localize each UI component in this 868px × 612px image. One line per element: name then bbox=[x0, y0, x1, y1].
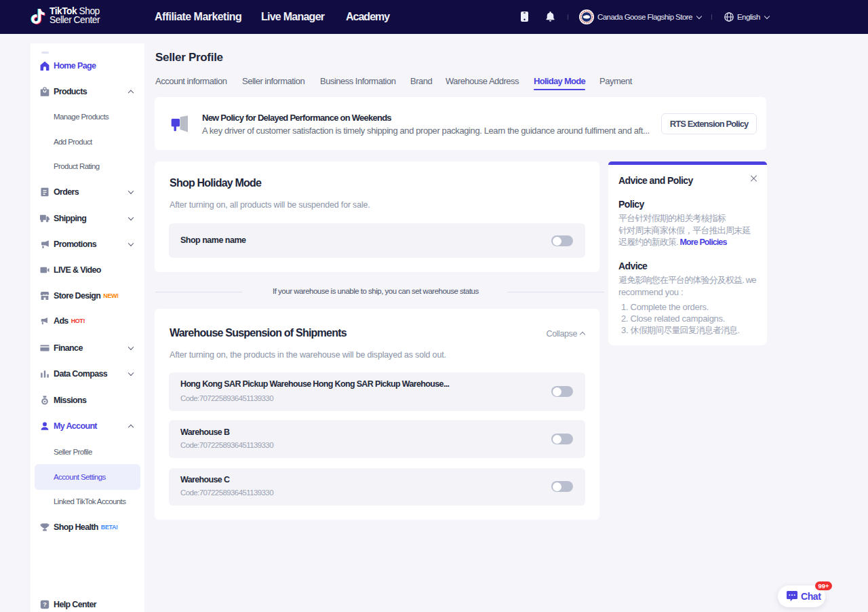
svg-text:?: ? bbox=[43, 601, 47, 608]
